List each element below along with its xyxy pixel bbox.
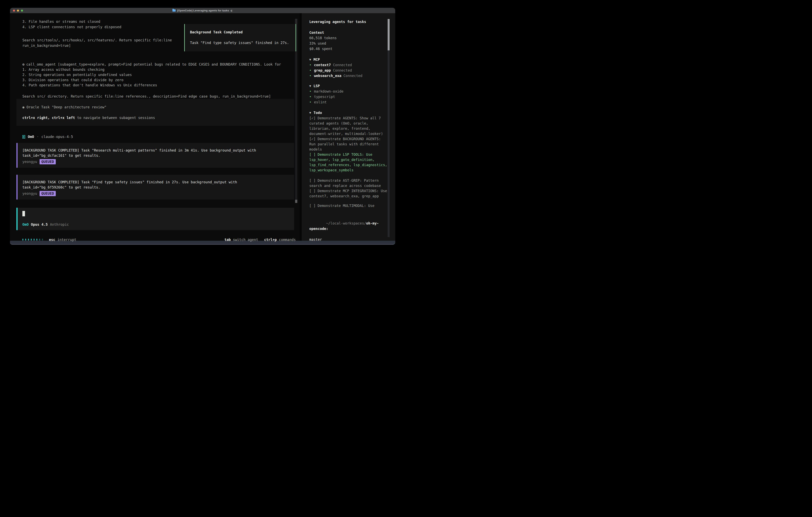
message-author: yeongyu <box>22 160 37 164</box>
tool-call-item: 3. Division operations that could divide… <box>22 77 300 83</box>
session-sidebar: Leveraging agents for tasks Context 66,5… <box>302 13 395 241</box>
bullet-icon: • <box>309 89 312 94</box>
spinner-dots-icon <box>22 239 43 241</box>
hint-text: to navigate between subagent sessions <box>75 116 155 120</box>
unchecked-checkbox-icon: [ ] <box>309 179 316 183</box>
tool-call-item: 2. String operations on potentially unde… <box>22 72 300 77</box>
interrupt-hint: esc interrupt <box>49 238 76 242</box>
fisheye-icon: ◉ <box>22 105 25 109</box>
agent-name: OmO <box>28 134 34 140</box>
lsp-item: •markdown-oxide <box>309 89 388 94</box>
input-model-name: Opus 4.5 <box>31 222 48 227</box>
message-line: task_id="bg_dcfac161" to get results. <box>22 153 290 158</box>
sidebar-scrollbar-thumb[interactable] <box>387 19 389 50</box>
mcp-item: •context7 Connected <box>309 62 388 68</box>
toast-body: Task "Find type safety issues" finished … <box>190 40 295 46</box>
message-line: [BACKGROUND TASK COMPLETED] Task "Resear… <box>22 148 290 153</box>
oracle-task-card: ◉Oracle Task "Deep architecture review" … <box>17 99 294 126</box>
input-provider: Anthropic <box>50 222 69 227</box>
context-heading: Context <box>309 30 388 35</box>
todo-item: [✓]Demonstrate AGENTS: Show all 7 curate… <box>309 115 388 136</box>
mcp-item: •grep_app Connected <box>309 68 388 73</box>
message-author: yeongyu <box>22 192 37 195</box>
mcp-item: •websearch_exa Connected <box>309 73 388 79</box>
todo-item: [ ]Demonstrate MCP INTEGRATIONS: Use con… <box>309 188 388 199</box>
minimize-button[interactable] <box>17 9 19 11</box>
background-task-toast: Background Task Completed Task "Find typ… <box>184 24 296 51</box>
git-branch: master <box>309 237 388 242</box>
tool-call-block: ⚙call_omo_agent [subagent_type=explore, … <box>10 62 300 99</box>
message-line: [BACKGROUND TASK COMPLETED] Task "Find t… <box>22 180 290 185</box>
sidebar-session-title: Leveraging agents for tasks <box>309 19 388 25</box>
lsp-section: ▼ LSP •markdown-oxide •typescript •eslin… <box>309 83 388 105</box>
session-pane: 3. File handles or streams not closed 4.… <box>10 13 300 241</box>
bullet-icon: • <box>309 94 312 100</box>
tool-call-item: 1. Array access without bounds checking <box>22 67 300 72</box>
separator-dot: · <box>37 134 39 140</box>
checked-checkbox-icon: [✓] <box>309 116 316 120</box>
toast-title: Background Task Completed <box>190 30 295 35</box>
window-title: [OpenCode] Leveraging agents for tasks ◐ <box>10 9 395 12</box>
prompt-input[interactable]: OmO Opus 4.5 Anthropic <box>17 208 294 230</box>
input-model-row: OmO Opus 4.5 Anthropic <box>22 222 294 227</box>
close-button[interactable] <box>13 9 15 11</box>
half-circle-icon: ◐ <box>230 9 233 12</box>
tool-call-item: 4. Path operations that don't handle Win… <box>22 83 300 88</box>
status-badge: QUEUED <box>39 191 56 196</box>
text-cursor <box>22 211 25 216</box>
todo-item: [ ]Demonstrate AST-GREP: Pattern search … <box>309 178 388 188</box>
zoom-button[interactable] <box>21 9 23 11</box>
sidebar-scrollbar[interactable] <box>387 19 389 237</box>
status-badge: QUEUED <box>39 159 56 164</box>
input-agent-name: OmO <box>22 222 29 227</box>
app-window: [OpenCode] Leveraging agents for tasks ◐… <box>10 8 395 245</box>
agent-omo-icon <box>22 135 25 139</box>
unchecked-checkbox-icon: [ ] <box>309 189 316 193</box>
todo-item: [✓]Demonstrate BACKGROUND AGENTS: Run pa… <box>309 136 388 152</box>
context-spent: $0.46 spent <box>309 46 388 52</box>
context-section: Context 66,518 tokens 33% used $0.46 spe… <box>309 30 388 52</box>
lsp-section-header[interactable]: ▼ LSP <box>309 83 388 89</box>
todo-section-header[interactable]: ▼ Todo <box>309 110 388 115</box>
background-task-message: [BACKGROUND TASK COMPLETED] Task "Resear… <box>17 143 294 168</box>
todo-section: ▼ Todo [✓]Demonstrate AGENTS: Show all 7… <box>309 110 388 208</box>
bullet-icon: • <box>309 100 312 105</box>
workspace-path: ~/local-workspaces/oh-my-opencode: maste… <box>309 215 388 245</box>
scrollback-line: 3. File handles or streams not closed <box>22 19 300 24</box>
unchecked-checkbox-icon: [ ] <box>309 153 316 157</box>
scrollbar-top-cap <box>295 19 297 24</box>
mcp-section-header[interactable]: ▼ MCP <box>309 57 388 62</box>
title-bar[interactable]: [OpenCode] Leveraging agents for tasks ◐ <box>10 8 395 13</box>
agent-header: OmO · claude-opus-4-5 <box>10 134 300 140</box>
window-controls <box>13 9 23 11</box>
status-bar: esc interrupt tab switch agent ctrl+p co… <box>10 237 300 242</box>
oracle-nav-hint: ctrl+x right, ctrl+x left to navigate be… <box>22 115 294 120</box>
mcp-section: ▼ MCP •context7 Connected •grep_app Conn… <box>309 57 388 79</box>
scrollbar-thumb[interactable] <box>295 200 297 203</box>
todo-item: [ ]Demonstrate LSP TOOLS: Use lsp_hover,… <box>309 152 388 173</box>
bullet-icon: • <box>309 62 312 68</box>
lsp-item: •typescript <box>309 94 388 100</box>
unchecked-checkbox-icon: [ ] <box>309 204 316 208</box>
chevron-down-icon: ▼ <box>309 57 311 62</box>
checked-checkbox-icon: [✓] <box>309 137 316 141</box>
commands-hint: ctrl+p commands <box>264 238 296 242</box>
message-line: task_id="bg_6f59260c" to get results. <box>22 185 290 190</box>
tool-call-footer: Search src/ directory. Return specific f… <box>22 94 300 99</box>
gear-icon: ⚙ <box>22 62 25 66</box>
folder-icon <box>172 9 176 11</box>
oracle-task-title: ◉Oracle Task "Deep architecture review" <box>22 105 294 110</box>
hint-keys: ctrl+x right, ctrl+x left <box>22 116 75 120</box>
chevron-down-icon: ▼ <box>309 83 311 89</box>
context-tokens: 66,518 tokens <box>309 35 388 41</box>
context-used: 33% used <box>309 41 388 46</box>
todo-item: [ ]Demonstrate MULTIMODAL: Use <box>309 203 388 208</box>
tool-call-header: ⚙call_omo_agent [subagent_type=explore, … <box>22 62 300 67</box>
chevron-down-icon: ▼ <box>309 110 311 115</box>
bullet-icon: • <box>309 73 312 79</box>
window-title-text: [OpenCode] Leveraging agents for tasks <box>177 9 229 12</box>
background-task-message: [BACKGROUND TASK COMPLETED] Task "Find t… <box>17 175 294 199</box>
lsp-item: •eslint <box>309 100 388 105</box>
bullet-icon: • <box>309 68 312 73</box>
pane-divider <box>300 13 302 241</box>
